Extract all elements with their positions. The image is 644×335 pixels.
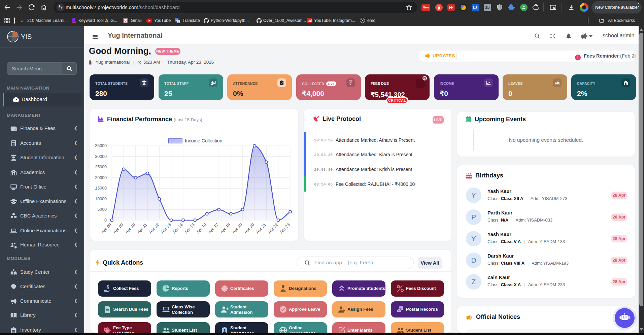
svg-text:Apr 08: Apr 08 — [100, 222, 112, 234]
svg-text:Apr 16: Apr 16 — [196, 222, 208, 234]
svg-text:Apr 15: Apr 15 — [183, 222, 196, 234]
svg-text:Apr 22: Apr 22 — [267, 222, 279, 234]
svg-text:Apr 10: Apr 10 — [124, 222, 136, 234]
svg-text:Apr 19: Apr 19 — [231, 222, 243, 234]
svg-text:Apr 12: Apr 12 — [148, 222, 160, 234]
svg-text:Income Collection: Income Collection — [185, 138, 222, 143]
svg-text:Apr 18: Apr 18 — [219, 222, 231, 234]
svg-text:35000: 35000 — [95, 143, 107, 148]
svg-text:20000: 20000 — [95, 175, 107, 180]
svg-text:Apr 20: Apr 20 — [243, 222, 255, 234]
svg-text:25000: 25000 — [95, 165, 107, 169]
svg-text:Apr 17: Apr 17 — [207, 222, 219, 234]
svg-text:0: 0 — [104, 218, 107, 223]
svg-text:15000: 15000 — [95, 186, 107, 191]
svg-text:Apr 11: Apr 11 — [136, 222, 148, 234]
svg-text:Apr 13: Apr 13 — [160, 222, 172, 234]
svg-text:Apr 09: Apr 09 — [112, 222, 124, 234]
svg-text:5000: 5000 — [97, 207, 107, 212]
svg-text:30000: 30000 — [95, 154, 107, 159]
svg-text:Apr 14: Apr 14 — [172, 222, 184, 234]
svg-text:10000: 10000 — [95, 197, 107, 201]
svg-text:Apr 23: Apr 23 — [279, 222, 291, 234]
svg-text:Apr 21: Apr 21 — [255, 222, 267, 234]
